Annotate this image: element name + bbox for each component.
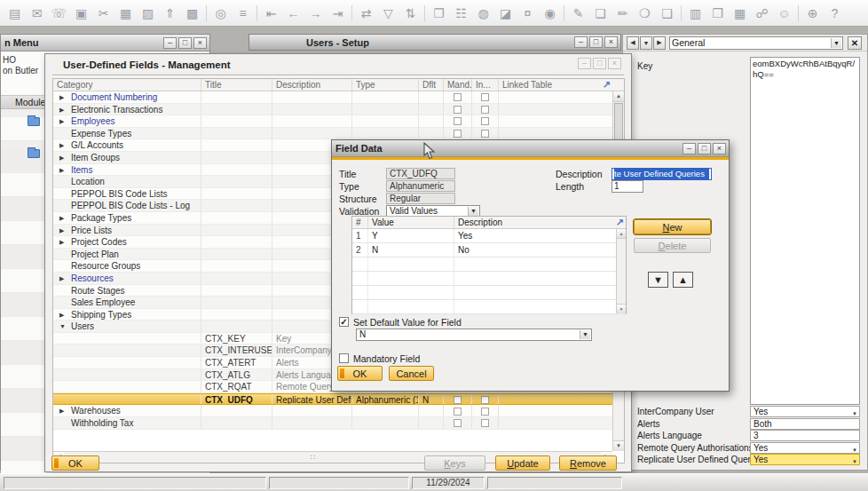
indexed-checkbox[interactable] xyxy=(481,117,489,125)
grid-scrollbar[interactable]: ▲ ▼ xyxy=(616,229,626,313)
property-value-field[interactable]: Yes▼ xyxy=(750,454,860,465)
expand-icon[interactable]: ▶ xyxy=(59,94,64,101)
expand-grid-icon[interactable]: ↗ xyxy=(603,79,611,91)
col-dflt[interactable]: Dflt xyxy=(419,79,444,91)
collapse-icon[interactable]: ▼ xyxy=(59,323,66,329)
fax-icon[interactable]: ▣ xyxy=(70,3,92,24)
maximize-icon[interactable]: □ xyxy=(589,36,603,48)
table-row[interactable]: ▶Warehouses xyxy=(53,405,612,417)
mandatory-checkbox[interactable] xyxy=(454,106,462,114)
title-field[interactable]: CTX_UDFQ xyxy=(386,168,455,179)
last-record-icon[interactable]: ⇥ xyxy=(327,3,349,24)
minimize-icon[interactable]: – xyxy=(578,58,591,69)
close-panel-icon[interactable]: ✕ xyxy=(848,36,862,50)
previous-record-icon[interactable]: ← xyxy=(282,3,304,24)
expand-icon[interactable]: ▶ xyxy=(59,118,64,125)
close-icon[interactable]: × xyxy=(604,36,618,48)
org-chart-icon[interactable]: ☍ xyxy=(751,3,773,24)
mandatory-checkbox[interactable] xyxy=(339,353,349,363)
minimize-icon[interactable]: – xyxy=(574,36,588,48)
chevron-down-icon[interactable]: ▼ xyxy=(831,38,841,48)
table-row[interactable]: Expense Types xyxy=(53,128,612,140)
indexed-checkbox[interactable] xyxy=(481,93,489,101)
find-icon[interactable]: ◎ xyxy=(209,3,232,24)
col-description[interactable]: Description xyxy=(272,79,352,91)
first-record-icon[interactable]: ⇤ xyxy=(260,3,282,24)
table-row[interactable]: ▶Document Numbering xyxy=(53,91,612,104)
log-icon[interactable]: ≡ xyxy=(232,3,254,24)
expand-icon[interactable]: ▶ xyxy=(59,239,64,246)
table-icon[interactable]: ▦ xyxy=(729,3,751,24)
update-button[interactable]: Update xyxy=(495,455,550,471)
gross-profit-icon[interactable]: ¤ xyxy=(517,3,539,24)
mandatory-checkbox[interactable] xyxy=(454,130,462,138)
lock-doc-icon[interactable]: ▩ xyxy=(181,3,203,24)
duplicate-icon[interactable]: ❐ xyxy=(428,3,450,24)
mandatory-checkbox[interactable] xyxy=(454,117,462,125)
close-icon[interactable]: × xyxy=(713,143,726,154)
description-field[interactable]: te User Defined Queries xyxy=(612,168,712,180)
cut-doc-icon[interactable]: ✂ xyxy=(92,3,114,24)
message-icon[interactable]: ❑ xyxy=(656,3,678,24)
property-value-field[interactable]: 3 xyxy=(750,430,860,441)
valid-value-row[interactable]: 1YYes xyxy=(352,229,626,243)
prev-record-icon[interactable]: ◀ xyxy=(627,36,639,50)
property-value-field[interactable]: Yes▼ xyxy=(750,442,860,454)
table-row[interactable]: ▶Employees xyxy=(53,115,612,128)
minimize-icon[interactable]: – xyxy=(163,37,177,49)
keys-button[interactable]: Keys xyxy=(424,455,485,471)
expand-icon[interactable]: ▶ xyxy=(59,107,64,114)
draft-doc-icon[interactable]: ✏ xyxy=(612,3,634,24)
comment-icon[interactable]: ❍ xyxy=(634,3,656,24)
chevron-down-icon[interactable]: ▼ xyxy=(852,457,857,467)
move-up-icon[interactable]: ▲ xyxy=(673,272,693,288)
upload-icon[interactable]: ⇑ xyxy=(159,3,181,24)
payment-icon[interactable]: ◍ xyxy=(472,3,494,24)
scroll-up-icon[interactable]: ▲ xyxy=(613,91,624,102)
close-icon[interactable]: × xyxy=(608,58,621,69)
users-setup-titlebar[interactable]: Users - Setup – □ × xyxy=(249,34,621,51)
folder-icon[interactable] xyxy=(28,117,40,126)
expand-icon[interactable]: ▶ xyxy=(59,275,64,282)
col-in[interactable]: In... xyxy=(472,79,499,91)
indexed-checkbox[interactable] xyxy=(481,408,489,416)
sort-icon[interactable]: ⇅ xyxy=(399,3,422,24)
mandatory-checkbox[interactable] xyxy=(454,419,462,427)
refresh-icon[interactable]: ⇄ xyxy=(355,3,377,24)
print-icon[interactable]: ▤ xyxy=(4,3,26,24)
indexed-checkbox[interactable] xyxy=(481,130,489,138)
form-mode-combo[interactable]: General ▼ xyxy=(669,36,843,50)
maximize-icon[interactable]: □ xyxy=(698,143,711,154)
default-value-combo[interactable]: N ▼ xyxy=(356,329,592,341)
delete-button[interactable]: Delete xyxy=(634,238,711,253)
mandatory-checkbox[interactable] xyxy=(454,408,462,416)
col-type[interactable]: Type xyxy=(352,79,419,91)
maximize-icon[interactable]: □ xyxy=(593,58,606,69)
move-down-icon[interactable]: ▼ xyxy=(648,272,668,288)
structure-field[interactable]: Regular xyxy=(386,193,455,204)
folder-icon[interactable] xyxy=(28,149,40,158)
expand-icon[interactable]: ▶ xyxy=(59,227,64,234)
next-record-icon[interactable]: → xyxy=(304,3,327,24)
help-icon[interactable]: ? xyxy=(824,3,846,24)
property-value-field[interactable]: Both xyxy=(750,418,860,430)
type-field[interactable]: Alphanumeric xyxy=(386,180,455,192)
expand-icon[interactable]: ▶ xyxy=(59,215,64,222)
ok-button[interactable]: OK xyxy=(51,455,99,471)
minimize-icon[interactable]: – xyxy=(683,143,696,154)
new-doc-icon[interactable]: ❏ xyxy=(589,3,612,24)
email-icon[interactable]: ✉ xyxy=(26,3,48,24)
key-value-field[interactable]: eomBXDyWcRhBAtBqyqR/hQ== xyxy=(750,57,860,405)
property-value-field[interactable]: Yes▼ xyxy=(750,406,860,417)
scroll-down-icon[interactable]: ▼ xyxy=(613,440,624,451)
expand-icon[interactable]: ▶ xyxy=(59,154,64,162)
export-word-icon[interactable]: ▦ xyxy=(114,3,137,24)
calendar-icon[interactable]: ▥ xyxy=(684,3,706,24)
indexed-checkbox[interactable] xyxy=(481,419,489,427)
scroll-up-icon[interactable]: ▲ xyxy=(617,229,626,239)
indexed-checkbox[interactable] xyxy=(481,396,489,404)
valid-value-row[interactable] xyxy=(352,257,626,272)
table-row[interactable]: CTX_UDFQReplicate User DefinedAlphanumer… xyxy=(53,393,612,406)
scroll-down-icon[interactable]: ▼ xyxy=(617,304,626,313)
expand-icon[interactable]: ▶ xyxy=(59,408,64,415)
